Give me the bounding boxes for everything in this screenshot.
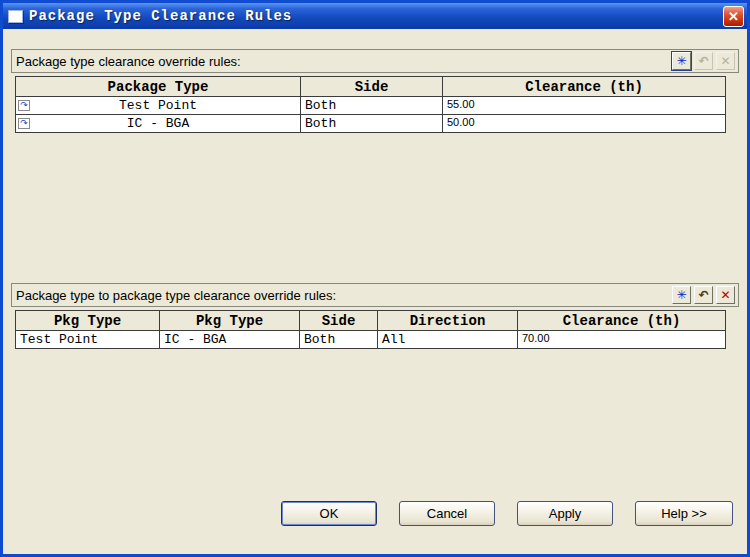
column-header-package-type: Package Type: [16, 77, 301, 97]
column-header-pkg-type-2: Pkg Type: [160, 311, 300, 331]
clearance-cell[interactable]: 70.00: [518, 331, 726, 349]
section2-label: Package type to package type clearance o…: [16, 288, 336, 303]
column-header-side: Side: [300, 311, 378, 331]
help-button[interactable]: Help >>: [635, 501, 733, 526]
undo-icon: ↶: [698, 54, 708, 68]
delete-icon: ✕: [720, 288, 730, 302]
column-header-clearance: Clearance (th): [518, 311, 726, 331]
column-header-pkg-type-1: Pkg Type: [16, 311, 160, 331]
section2-toolbar: ✳ ↶ ✕: [672, 286, 735, 304]
table-header-row: Pkg Type Pkg Type Side Direction Clearan…: [16, 311, 726, 331]
title-bar[interactable]: Package Type Clearance Rules ✕: [3, 3, 747, 29]
column-header-side: Side: [301, 77, 443, 97]
section1-delete-button: ✕: [716, 52, 735, 70]
dialog-button-row: OK Cancel Apply Help >>: [3, 501, 747, 526]
undo-icon: ↶: [698, 288, 708, 302]
pkg-to-pkg-rules-table: Pkg Type Pkg Type Side Direction Clearan…: [15, 310, 726, 349]
clearance-cell[interactable]: 55.00: [443, 97, 726, 115]
section1-undo-button: ↶: [694, 52, 713, 70]
window-title: Package Type Clearance Rules: [29, 8, 292, 24]
close-icon: ✕: [728, 9, 739, 24]
window-icon: [8, 10, 23, 23]
direction-cell[interactable]: All: [378, 331, 518, 349]
section1-add-rule-button[interactable]: ✳: [672, 52, 691, 70]
section2-undo-button[interactable]: ↶: [694, 286, 713, 304]
package-type-rules-table: Package Type Side Clearance (th) ↷ Test …: [15, 76, 726, 133]
table-row: Test Point IC - BGA Both All 70.00: [16, 331, 726, 349]
package-type-rules-section: Package type clearance override rules: ✳…: [11, 49, 739, 271]
pkg-to-pkg-rules-section: Package type to package type clearance o…: [11, 283, 739, 501]
section2-delete-button[interactable]: ✕: [716, 286, 735, 304]
add-icon: ✳: [676, 288, 686, 302]
package-type-value: Test Point: [119, 98, 197, 113]
package-type-cell[interactable]: ↷ Test Point: [16, 97, 301, 115]
pkg-type-2-cell[interactable]: IC - BGA: [160, 331, 300, 349]
package-type-value: IC - BGA: [127, 116, 189, 131]
close-button[interactable]: ✕: [723, 6, 744, 27]
ok-button[interactable]: OK: [281, 501, 377, 526]
apply-button[interactable]: Apply: [517, 501, 613, 526]
table-header-row: Package Type Side Clearance (th): [16, 77, 726, 97]
side-cell[interactable]: Both: [301, 115, 443, 133]
column-header-direction: Direction: [378, 311, 518, 331]
row-picker-icon[interactable]: ↷: [18, 118, 30, 129]
table-row: ↷ Test Point Both 55.00: [16, 97, 726, 115]
pkg-to-pkg-rules-header: Package type to package type clearance o…: [11, 283, 739, 307]
delete-icon: ✕: [720, 54, 730, 68]
side-cell[interactable]: Both: [301, 97, 443, 115]
dialog-window: Package Type Clearance Rules ✕ Package t…: [0, 0, 750, 557]
clearance-cell[interactable]: 50.00: [443, 115, 726, 133]
side-cell[interactable]: Both: [300, 331, 378, 349]
add-icon: ✳: [676, 54, 686, 68]
section1-toolbar: ✳ ↶ ✕: [672, 52, 735, 70]
column-header-clearance: Clearance (th): [443, 77, 726, 97]
package-type-cell[interactable]: ↷ IC - BGA: [16, 115, 301, 133]
table-row: ↷ IC - BGA Both 50.00: [16, 115, 726, 133]
cancel-button[interactable]: Cancel: [399, 501, 495, 526]
row-picker-icon[interactable]: ↷: [18, 100, 30, 111]
section2-add-rule-button[interactable]: ✳: [672, 286, 691, 304]
pkg-type-1-cell[interactable]: Test Point: [16, 331, 160, 349]
dialog-content: Package type clearance override rules: ✳…: [3, 29, 747, 554]
package-type-rules-header: Package type clearance override rules: ✳…: [11, 49, 739, 73]
section1-label: Package type clearance override rules:: [16, 54, 241, 69]
